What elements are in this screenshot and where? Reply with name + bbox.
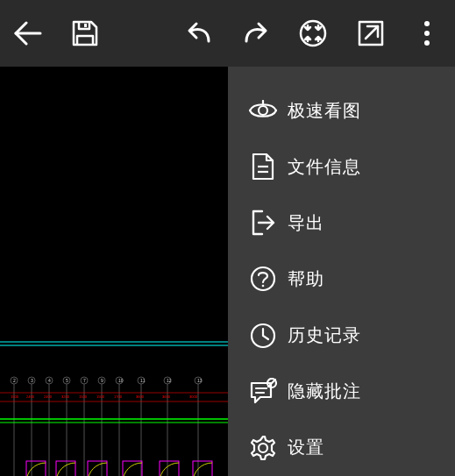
fullscreen-icon bbox=[357, 19, 385, 47]
menu-item-settings[interactable]: 设置 bbox=[228, 420, 455, 476]
undo-button[interactable] bbox=[182, 17, 216, 50]
svg-text:2400: 2400 bbox=[26, 394, 35, 399]
eye-icon bbox=[247, 95, 279, 126]
svg-text:4: 4 bbox=[48, 378, 51, 383]
help-icon bbox=[247, 263, 279, 295]
more-vertical-icon bbox=[423, 19, 430, 47]
svg-point-69 bbox=[259, 106, 267, 115]
export-icon bbox=[247, 207, 279, 238]
menu-item-label: 隐藏批注 bbox=[288, 380, 361, 403]
save-button[interactable] bbox=[68, 17, 102, 50]
redo-icon bbox=[243, 20, 269, 46]
svg-text:3: 3 bbox=[31, 378, 33, 383]
svg-text:5: 5 bbox=[66, 378, 68, 383]
svg-text:3600: 3600 bbox=[162, 394, 171, 399]
svg-text:2400: 2400 bbox=[44, 394, 53, 399]
svg-point-3 bbox=[424, 21, 430, 26]
menu-item-label: 极速看图 bbox=[288, 99, 361, 123]
save-icon bbox=[70, 18, 100, 48]
svg-text:1700: 1700 bbox=[114, 394, 123, 399]
svg-text:2: 2 bbox=[13, 378, 16, 383]
back-button[interactable] bbox=[11, 17, 44, 50]
menu-item-label: 设置 bbox=[288, 436, 324, 459]
more-menu-panel: 极速看图 文件信息 导出 帮助 bbox=[228, 67, 455, 476]
menu-item-export[interactable]: 导出 bbox=[228, 195, 455, 251]
annotation-hide-icon bbox=[247, 376, 279, 408]
svg-text:3600: 3600 bbox=[136, 394, 145, 399]
gear-icon bbox=[247, 432, 279, 464]
menu-item-fast-view[interactable]: 极速看图 bbox=[228, 82, 455, 139]
menu-item-label: 帮助 bbox=[288, 267, 324, 291]
svg-text:7: 7 bbox=[83, 378, 86, 383]
menu-item-help[interactable]: 帮助 bbox=[228, 251, 455, 307]
cad-drawing: 234 579 101112 13 150024002400 320015001… bbox=[0, 338, 228, 476]
svg-point-5 bbox=[424, 40, 430, 46]
svg-rect-0 bbox=[84, 24, 87, 27]
more-menu-button[interactable] bbox=[410, 17, 444, 50]
fullscreen-button[interactable] bbox=[354, 17, 387, 50]
toolbar bbox=[0, 0, 455, 67]
redo-button[interactable] bbox=[239, 17, 273, 50]
svg-text:1500: 1500 bbox=[79, 394, 88, 399]
svg-text:3200: 3200 bbox=[61, 394, 70, 399]
menu-item-file-info[interactable]: 文件信息 bbox=[228, 139, 455, 195]
undo-icon bbox=[186, 20, 212, 46]
svg-text:9: 9 bbox=[101, 378, 103, 383]
zoom-extents-icon bbox=[298, 18, 328, 48]
svg-point-4 bbox=[424, 31, 430, 36]
arrow-left-icon bbox=[12, 21, 42, 46]
svg-text:3000: 3000 bbox=[189, 394, 198, 399]
clock-icon bbox=[247, 320, 279, 352]
svg-point-80 bbox=[259, 444, 267, 452]
svg-point-74 bbox=[262, 285, 265, 288]
zoom-extents-button[interactable] bbox=[296, 17, 330, 50]
svg-text:1500: 1500 bbox=[11, 394, 19, 399]
svg-text:1500: 1500 bbox=[96, 394, 105, 399]
menu-item-label: 导出 bbox=[288, 211, 324, 235]
menu-item-history[interactable]: 历史记录 bbox=[228, 308, 455, 364]
menu-item-label: 文件信息 bbox=[288, 155, 361, 179]
file-icon bbox=[247, 151, 279, 182]
menu-item-label: 历史记录 bbox=[288, 323, 361, 347]
svg-point-1 bbox=[301, 21, 325, 46]
menu-item-hide-annotation[interactable]: 隐藏批注 bbox=[228, 364, 455, 420]
